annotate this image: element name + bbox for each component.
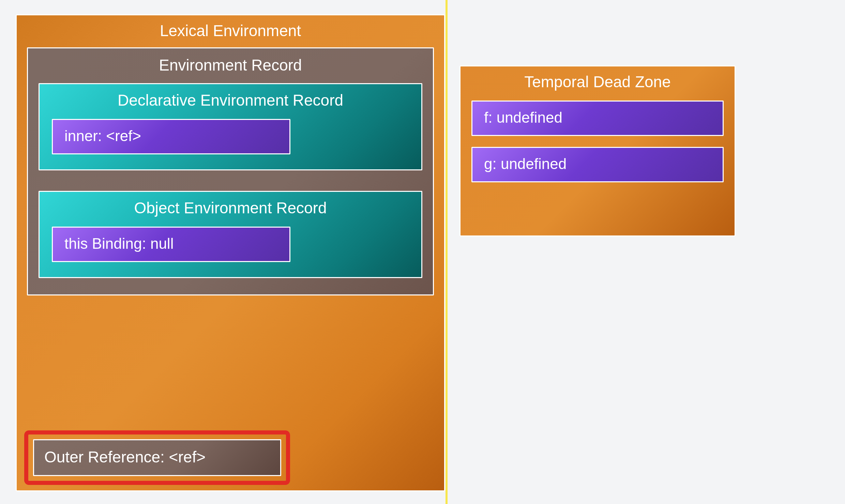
- yellow-divider: [446, 0, 448, 504]
- lexical-environment-title: Lexical Environment: [160, 21, 301, 40]
- binding-inner: inner: <ref>: [52, 119, 290, 154]
- lexical-environment-box: Lexical Environment Environment Record D…: [16, 14, 445, 491]
- object-environment-record-title: Object Environment Record: [134, 199, 327, 217]
- temporal-dead-zone-title: Temporal Dead Zone: [524, 73, 671, 91]
- outer-reference-highlight: Outer Reference: <ref>: [24, 430, 290, 485]
- binding-f: f: undefined: [471, 101, 724, 136]
- environment-record-title: Environment Record: [159, 56, 302, 74]
- environment-record-box: Environment Record Declarative Environme…: [27, 47, 434, 295]
- object-environment-record-box: Object Environment Record this Binding: …: [39, 191, 422, 278]
- diagram-canvas: Lexical Environment Environment Record D…: [0, 0, 845, 504]
- outer-reference-box: Outer Reference: <ref>: [33, 439, 281, 476]
- binding-g: g: undefined: [471, 147, 724, 182]
- binding-this: this Binding: null: [52, 227, 290, 262]
- temporal-dead-zone-box: Temporal Dead Zone f: undefined g: undef…: [459, 65, 736, 236]
- declarative-environment-record-box: Declarative Environment Record inner: <r…: [39, 83, 422, 170]
- declarative-environment-record-title: Declarative Environment Record: [118, 91, 343, 109]
